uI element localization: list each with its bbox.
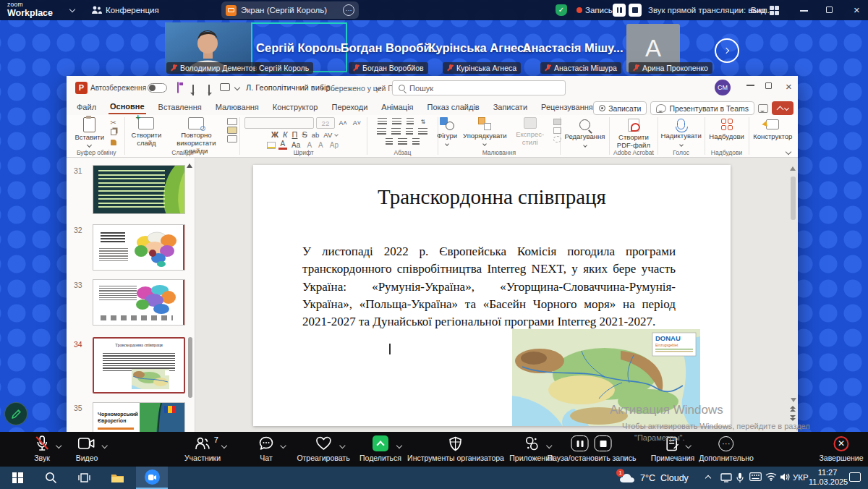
speaker-icon[interactable] — [780, 472, 791, 482]
character-spacing-icon[interactable]: AV — [322, 131, 334, 139]
chat-options-icon[interactable] — [280, 443, 286, 448]
slide-title[interactable]: Транскордонна співпраця — [253, 185, 731, 209]
tray-keyboard-icon[interactable] — [749, 472, 762, 481]
stop-recording-icon[interactable] — [595, 435, 612, 451]
share-screen-button[interactable]: Поделиться — [359, 435, 401, 462]
slide-thumbnail-35[interactable]: Чорноморський Єврорегіон — [93, 402, 185, 432]
align-text-icon[interactable] — [412, 138, 420, 145]
ppt-minimize-icon[interactable] — [746, 85, 754, 86]
tab-animations[interactable]: Анімація — [380, 101, 414, 114]
cut-icon[interactable]: ✂ — [109, 119, 118, 127]
tab-conference[interactable]: Конференция — [106, 6, 159, 14]
next-participants-button[interactable] — [715, 38, 739, 63]
undo-icon[interactable] — [187, 85, 199, 96]
tab-insert[interactable]: Вставлення — [157, 101, 203, 114]
tray-mic-icon[interactable] — [736, 472, 744, 483]
slide-thumbnail-34-selected[interactable]: Транскордонна співпраця — [93, 337, 185, 394]
maximize-icon[interactable] — [826, 7, 833, 13]
react-button[interactable]: Отреагировать — [297, 435, 349, 462]
slide-thumbnail-33[interactable] — [93, 279, 185, 326]
next-slide-icon[interactable] — [790, 415, 796, 421]
columns-icon[interactable] — [386, 138, 393, 145]
change-case-icon[interactable]: Аа — [290, 141, 302, 149]
clear-formatting-icon[interactable]: Ар — [328, 141, 340, 149]
text-shadow-icon[interactable]: ab — [310, 131, 321, 139]
shapes-button[interactable]: Фігури — [437, 117, 457, 145]
section-icon[interactable] — [227, 135, 237, 143]
notes-button[interactable]: Примечания — [651, 435, 695, 462]
end-meeting-button[interactable]: ✕ Завершение — [819, 435, 863, 462]
tab-review[interactable]: Рецензування — [540, 101, 595, 114]
ppt-restore-icon[interactable] — [765, 82, 772, 89]
slide-thumbnail-32[interactable] — [93, 224, 185, 271]
cast-display-icon[interactable] — [720, 472, 732, 482]
bullet-list-icon[interactable] — [378, 118, 387, 125]
notes-options-icon[interactable] — [686, 443, 692, 448]
new-slide-button[interactable]: + Створити слайд — [127, 117, 165, 148]
slide-thumbnail-31[interactable] — [93, 165, 185, 214]
scroll-down-icon[interactable] — [791, 398, 796, 402]
grow-font-icon[interactable]: А˄ — [337, 119, 349, 127]
numbered-list-icon[interactable] — [392, 118, 401, 125]
video-button[interactable]: Видео — [76, 435, 98, 462]
tab-record[interactable]: Записати — [492, 101, 529, 114]
taskbar-search-button[interactable] — [36, 467, 65, 489]
task-view-button[interactable] — [69, 467, 98, 489]
panel-scrollbar[interactable] — [188, 337, 192, 398]
close-icon[interactable]: × — [854, 4, 860, 15]
audio-button[interactable]: Звук — [34, 435, 50, 462]
saved-status[interactable]: • Збережено у цей ПК — [321, 84, 398, 93]
tab-screen-share[interactable]: Экран (Сергій Король) ··· — [221, 1, 359, 19]
file-explorer-button[interactable] — [103, 467, 132, 489]
share-button[interactable] — [772, 101, 793, 115]
zoom-taskbar-button[interactable] — [136, 467, 168, 489]
host-tools-button[interactable]: Инструменты организатора — [407, 435, 504, 462]
action-center-icon[interactable] — [849, 472, 861, 482]
dictate-button[interactable]: Надиктувати — [661, 119, 702, 146]
ppt-close-icon[interactable]: × — [786, 81, 792, 92]
slide[interactable]: Транскордонна співпраця У листопаді 2022… — [253, 165, 731, 426]
line-spacing-icon[interactable]: ⇅ — [419, 119, 427, 125]
paste-button[interactable]: Вставити — [75, 117, 104, 147]
justify-icon[interactable] — [418, 128, 427, 135]
pause-recording-button[interactable] — [613, 4, 626, 17]
search-box[interactable]: Пошук — [392, 80, 566, 95]
danube-basin-map[interactable]: DONAU Einzugsgebiet — [512, 329, 700, 426]
participants-button[interactable]: 7 Участники — [184, 435, 221, 462]
font-name-select[interactable] — [244, 117, 314, 129]
strikethrough-icon[interactable]: S — [300, 130, 309, 139]
taskbar-weather[interactable]: 1 7°C Cloudy — [619, 467, 689, 489]
comments-icon[interactable] — [758, 104, 768, 113]
tab-options-icon[interactable]: ··· — [343, 4, 354, 16]
shrink-font-icon[interactable]: А˅ — [351, 119, 362, 127]
increase-size-icon[interactable]: А — [305, 141, 314, 149]
tab-file[interactable]: Файл — [75, 101, 98, 114]
editing-button[interactable]: Редагування — [565, 119, 605, 147]
redo-icon[interactable] — [203, 85, 215, 96]
language-indicator[interactable]: УКР — [793, 473, 809, 482]
wifi-icon[interactable] — [765, 472, 777, 481]
autosave-toggle[interactable] — [148, 83, 167, 93]
align-center-icon[interactable] — [391, 128, 401, 135]
reset-icon[interactable] — [227, 127, 237, 134]
save-icon[interactable] — [172, 82, 184, 93]
previous-slide-icon[interactable] — [790, 406, 796, 412]
layout-icon[interactable] — [227, 118, 237, 125]
arrange-button[interactable]: Упорядкувати — [463, 117, 507, 145]
participants-options-icon[interactable] — [221, 443, 227, 448]
quick-styles-button[interactable]: Експрес-стилі — [513, 117, 548, 147]
annotation-button[interactable] — [4, 402, 27, 425]
video-options-icon[interactable] — [102, 443, 108, 448]
react-options-icon[interactable] — [339, 443, 345, 448]
panel-scroll-up-icon[interactable] — [187, 163, 192, 168]
more-button[interactable]: ··· Дополнительно — [699, 435, 754, 462]
tray-overflow-icon[interactable] — [705, 475, 711, 481]
view-button[interactable]: Вид — [751, 6, 766, 14]
text-direction-icon[interactable] — [398, 138, 407, 145]
share-options-icon[interactable] — [396, 443, 402, 448]
designer-button[interactable]: Конструктор — [753, 119, 792, 141]
record-button[interactable]: Записати — [593, 101, 647, 115]
underline-icon[interactable]: П — [290, 130, 299, 139]
copy-icon[interactable] — [109, 129, 118, 137]
stop-recording-button[interactable] — [629, 4, 642, 17]
